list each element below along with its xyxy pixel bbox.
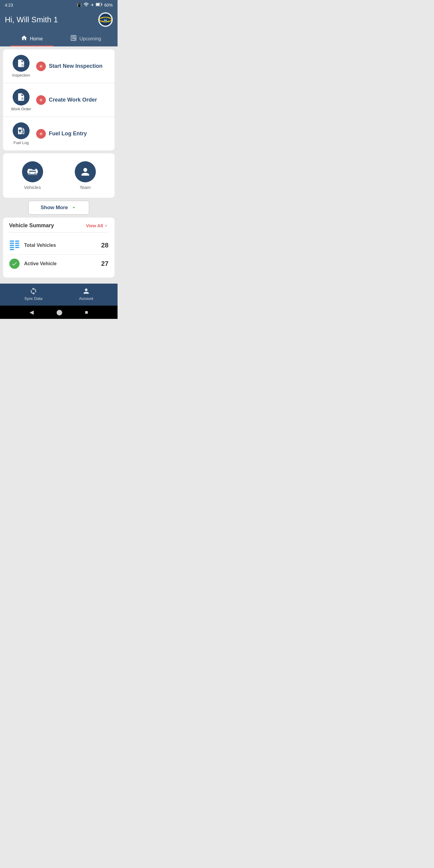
vehicles-item[interactable]: Vehicles <box>6 158 59 193</box>
inspection-item[interactable]: Inspection Start New Inspection <box>3 50 115 83</box>
avatar-logo[interactable]: HG <box>98 12 113 27</box>
grid-icon <box>9 240 20 251</box>
time: 4:23 <box>5 3 13 7</box>
greeting-text: Hi, Will Smith 1 <box>5 15 58 24</box>
summary-title: Vehicle Summary <box>9 222 54 229</box>
fuel-log-plus-icon <box>36 129 46 138</box>
main-content: Inspection Start New Inspection <box>0 46 118 284</box>
vehicles-icon <box>27 166 38 178</box>
work-order-item[interactable]: Work Order Create Work Order <box>3 83 115 117</box>
summary-row-total-left: Total Vehicles <box>9 240 56 251</box>
total-vehicles-label: Total Vehicles <box>24 243 56 248</box>
inspection-right: Start New Inspection <box>33 61 108 71</box>
fuel-log-action-title: Fuel Log Entry <box>49 130 87 137</box>
header: Hi, Will Smith 1 HG Home <box>0 9 118 46</box>
summary-row-active[interactable]: Active Vehicle 27 <box>9 255 108 273</box>
status-bar: 4:23 📳 ✈ 60% <box>0 0 118 9</box>
view-all-link[interactable]: View All <box>86 223 108 228</box>
status-icons: 📳 ✈ 60% <box>77 2 113 7</box>
vehicles-icon-circle <box>22 161 43 182</box>
inspection-icon <box>17 59 26 68</box>
inspection-action-title: Start New Inspection <box>49 63 102 69</box>
work-order-plus-icon <box>36 95 46 105</box>
team-icon <box>80 166 91 178</box>
summary-row-total[interactable]: Total Vehicles 28 <box>9 236 108 255</box>
home-button[interactable]: ⬤ <box>56 309 62 315</box>
tab-home-label: Home <box>30 36 43 41</box>
summary-divider <box>9 232 108 233</box>
show-more-button[interactable]: Show More <box>28 201 90 215</box>
battery-percent: 60% <box>104 3 113 7</box>
inspection-icon-circle <box>13 55 30 72</box>
account-item[interactable]: Account <box>73 287 99 301</box>
check-icon <box>9 258 20 269</box>
battery-icon <box>96 3 102 7</box>
actions-card: Inspection Start New Inspection <box>3 50 115 150</box>
work-order-action-title: Create Work Order <box>49 97 97 103</box>
nav-tabs: Home Upcoming <box>5 31 113 46</box>
vehicles-label: Vehicles <box>24 185 41 190</box>
team-label: Team <box>80 185 91 190</box>
svg-rect-1 <box>101 4 102 5</box>
bottom-nav: Sync Data Account <box>0 284 118 306</box>
summary-row-active-left: Active Vehicle <box>9 258 57 269</box>
android-nav: ◀ ⬤ ■ <box>0 306 118 319</box>
show-more-wrap: Show More <box>3 201 115 215</box>
inspection-plus-icon <box>36 61 46 71</box>
account-label: Account <box>79 296 93 301</box>
show-more-label: Show More <box>41 205 68 211</box>
chevron-right-icon <box>104 223 108 228</box>
fuel-log-right: Fuel Log Entry <box>33 129 108 138</box>
active-vehicle-label: Active Vehicle <box>24 261 57 267</box>
chevron-down-icon <box>71 205 77 211</box>
inspection-left: Inspection <box>9 55 33 78</box>
vibrate-icon: 📳 <box>77 3 82 7</box>
sync-data-item[interactable]: Sync Data <box>19 287 49 301</box>
work-order-icon <box>17 93 26 101</box>
back-button[interactable]: ◀ <box>30 309 34 315</box>
tab-upcoming[interactable]: Upcoming <box>59 31 113 46</box>
airplane-icon: ✈ <box>91 3 94 7</box>
svg-rect-2 <box>96 3 99 5</box>
work-order-right: Create Work Order <box>33 95 108 105</box>
total-vehicles-value: 28 <box>101 241 108 249</box>
fuel-log-icon <box>17 126 26 135</box>
account-icon <box>82 287 90 295</box>
recent-button[interactable]: ■ <box>85 309 88 315</box>
tab-home[interactable]: Home <box>5 31 59 46</box>
wifi-icon <box>84 2 89 7</box>
sync-label: Sync Data <box>24 296 42 301</box>
work-order-icon-circle <box>13 89 30 105</box>
fuel-log-left: Fuel Log <box>9 122 33 145</box>
inspection-label: Inspection <box>12 73 30 78</box>
svg-text:HG: HG <box>104 19 107 22</box>
view-all-label: View All <box>86 223 103 228</box>
secondary-card: Vehicles Team <box>3 153 115 198</box>
work-order-label: Work Order <box>11 107 31 111</box>
fuel-log-icon-circle <box>13 122 30 139</box>
home-icon <box>21 35 27 43</box>
fuel-log-label: Fuel Log <box>13 141 29 145</box>
fuel-log-item[interactable]: Fuel Log Fuel Log Entry <box>3 117 115 150</box>
summary-header: Vehicle Summary View All <box>9 222 108 229</box>
work-order-left: Work Order <box>9 89 33 111</box>
team-item[interactable]: Team <box>59 158 112 193</box>
active-vehicle-value: 27 <box>101 260 108 268</box>
vehicle-summary-card: Vehicle Summary View All <box>3 218 115 278</box>
team-icon-circle <box>75 161 96 182</box>
sync-icon <box>30 287 37 295</box>
tab-upcoming-label: Upcoming <box>79 36 101 41</box>
upcoming-icon <box>70 35 77 43</box>
